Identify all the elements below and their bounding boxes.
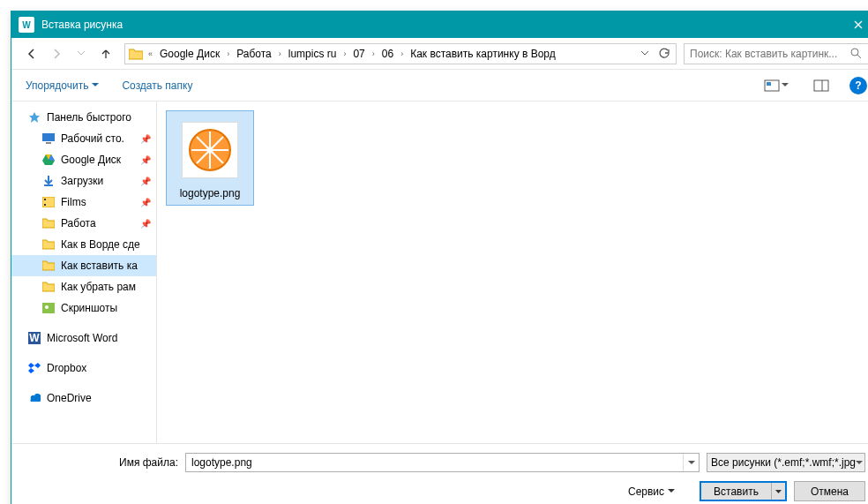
sidebar-downloads[interactable]: Загрузки 📌 [11, 170, 156, 192]
pin-icon: 📌 [140, 177, 151, 186]
svg-rect-10 [44, 204, 46, 206]
view-mode-button[interactable] [760, 77, 793, 94]
crumb-06[interactable]: 06 [378, 48, 397, 60]
up-button[interactable] [94, 42, 117, 65]
sidebar-quick-access[interactable]: Панель быстрого [11, 107, 156, 128]
filename-dropdown[interactable] [683, 454, 699, 471]
star-icon [27, 110, 41, 124]
chevron-right-icon[interactable]: › [340, 49, 349, 58]
downloads-icon [41, 174, 56, 188]
search-icon[interactable] [850, 48, 864, 59]
svg-rect-6 [46, 142, 51, 144]
filename-label: Имя файла: [24, 456, 178, 469]
insert-dropdown[interactable] [771, 483, 785, 500]
filename-input[interactable] [186, 456, 683, 469]
address-bar[interactable]: « Google Диск › Работа › lumpics ru › 07… [124, 43, 677, 64]
file-thumbnail [182, 122, 238, 178]
dropbox-icon [27, 361, 41, 375]
word-icon: W [27, 331, 41, 345]
pin-icon: 📌 [140, 219, 151, 229]
folder-icon [41, 216, 56, 230]
crumb-07[interactable]: 07 [349, 48, 368, 60]
svg-point-12 [45, 305, 49, 309]
filename-combo[interactable] [185, 453, 700, 472]
svg-rect-11 [42, 303, 55, 313]
svg-point-0 [851, 49, 858, 56]
refresh-button[interactable] [655, 44, 674, 64]
service-button[interactable]: Сервис [628, 485, 675, 498]
dialog-title: Вставка рисунка [41, 19, 838, 31]
chevron-down-icon [782, 83, 789, 87]
pin-icon: 📌 [140, 155, 151, 165]
word-app-icon: W [19, 17, 34, 33]
sidebar-work[interactable]: Работа 📌 [11, 213, 156, 234]
file-item-logotype[interactable]: logotype.png [166, 110, 254, 206]
cancel-button[interactable]: Отмена [794, 481, 865, 501]
chevron-right-icon[interactable]: › [369, 49, 378, 58]
chevron-right-icon[interactable]: › [223, 49, 233, 58]
pin-icon: 📌 [140, 134, 151, 144]
file-open-dialog: W Вставка рисунка « Google Диск › Работа… [11, 11, 868, 504]
screenshots-icon [41, 301, 56, 315]
sidebar-folder-2[interactable]: Как вставить ка [11, 255, 156, 276]
svg-rect-2 [767, 82, 771, 86]
onedrive-icon [27, 391, 41, 405]
folder-icon [41, 259, 56, 273]
close-button[interactable] [838, 11, 868, 38]
svg-rect-5 [42, 133, 55, 141]
pin-icon: 📌 [140, 198, 151, 207]
back-button[interactable] [20, 42, 43, 65]
new-folder-button[interactable]: Создать папку [118, 76, 196, 95]
filter-label: Все рисунки (*.emf;*.wmf;*.jpg [711, 456, 856, 469]
dialog-body: Панель быстрого Рабочий сто. 📌 Google Ди… [11, 102, 868, 443]
forward-button[interactable] [45, 42, 68, 65]
crumb-lumpics[interactable]: lumpics ru [285, 48, 340, 60]
sidebar-folder-4[interactable]: Скриншоты [11, 297, 156, 319]
new-folder-label: Создать папку [122, 79, 192, 92]
help-button[interactable]: ? [849, 77, 867, 94]
crumb-gdrive[interactable]: Google Диск [156, 48, 223, 60]
insert-label: Вставить [701, 485, 771, 498]
chevron-down-icon [668, 489, 675, 493]
svg-rect-3 [814, 80, 828, 91]
organize-label: Упорядочить [26, 79, 88, 92]
film-icon [41, 195, 56, 209]
folder-icon [41, 237, 56, 252]
file-list[interactable]: logotype.png [157, 102, 868, 443]
svg-text:W: W [29, 332, 40, 344]
sidebar-films[interactable]: Films 📌 [11, 192, 156, 213]
cancel-label: Отмена [811, 485, 849, 498]
address-dropdown[interactable] [635, 44, 655, 64]
crumb-work[interactable]: Работа [233, 48, 275, 60]
search-input[interactable] [688, 47, 850, 61]
navigation-row: « Google Диск › Работа › lumpics ru › 07… [11, 38, 868, 70]
chevron-right-icon[interactable]: › [397, 49, 407, 58]
sidebar-folder-1[interactable]: Как в Ворде сде [11, 234, 156, 255]
svg-rect-9 [44, 199, 46, 200]
chevron-down-icon [92, 83, 99, 87]
chevron-down-icon [856, 461, 863, 465]
folder-icon [127, 45, 145, 63]
sidebar-word[interactable]: W Microsoft Word [11, 327, 156, 349]
recent-dropdown[interactable] [70, 42, 93, 65]
insert-button[interactable]: Вставить [700, 481, 787, 501]
search-box[interactable] [684, 43, 868, 64]
breadcrumb-lead[interactable]: « [145, 49, 156, 58]
svg-rect-7 [44, 184, 53, 186]
chevron-right-icon[interactable]: › [275, 49, 285, 58]
sidebar-desktop[interactable]: Рабочий сто. 📌 [11, 128, 156, 149]
file-name-label: logotype.png [172, 187, 248, 199]
svg-rect-8 [42, 197, 55, 207]
desktop-icon [41, 132, 56, 146]
crumb-current[interactable]: Как вставить картинку в Ворд [407, 48, 559, 60]
sidebar-gdrive[interactable]: Google Диск 📌 [11, 149, 156, 170]
preview-pane-button[interactable] [809, 77, 834, 94]
sidebar-onedrive[interactable]: OneDrive [11, 387, 156, 409]
titlebar: W Вставка рисунка [11, 11, 868, 38]
filter-combo[interactable]: Все рисунки (*.emf;*.wmf;*.jpg [707, 453, 865, 472]
sidebar-dropbox[interactable]: Dropbox [11, 357, 156, 379]
organize-button[interactable]: Упорядочить [22, 76, 102, 95]
folder-icon [41, 280, 56, 294]
service-label: Сервис [628, 485, 664, 498]
sidebar-folder-3[interactable]: Как убрать рам [11, 276, 156, 297]
